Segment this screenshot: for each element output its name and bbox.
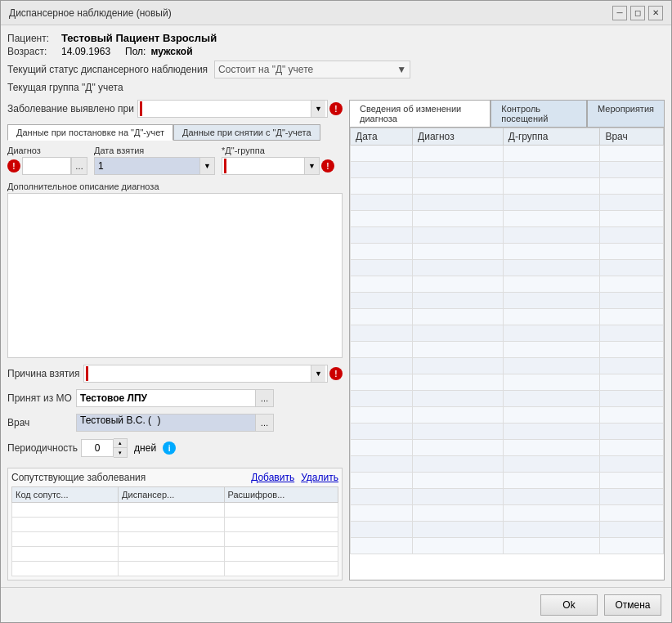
period-spinner-buttons: ▴ ▾ (114, 438, 128, 458)
window-controls: ─ ◻ ✕ (612, 6, 663, 20)
patient-name: Тестовый Пациент Взрослый (61, 32, 217, 44)
right-tab-diag[interactable]: Сведения об изменении диагноза (349, 100, 491, 127)
table-row[interactable] (351, 162, 664, 178)
right-tab-visits[interactable]: Контроль посещений (491, 100, 587, 127)
disease-row: Заболевание выявлено при ▼ ! (7, 100, 343, 118)
dgroup-error-icon: ! (321, 159, 334, 173)
doctor-browse-btn[interactable]: … (256, 414, 274, 432)
mo-row: Принят из МО … (7, 389, 343, 407)
minimize-button[interactable]: ─ (612, 6, 627, 20)
companion-row[interactable] (12, 518, 338, 532)
doctor-input[interactable]: Тестовый В.С. ( ) (76, 414, 256, 432)
period-label: Периодичность (7, 442, 78, 454)
disease-red-bar (140, 101, 142, 116)
table-row[interactable] (351, 342, 664, 358)
table-row[interactable] (351, 456, 664, 473)
date-calendar-btn[interactable]: ▼ (200, 157, 215, 175)
table-row[interactable] (351, 505, 664, 522)
main-panels: Заболевание выявлено при ▼ ! Данные при … (7, 100, 665, 580)
period-down-btn[interactable]: ▾ (114, 448, 127, 457)
footer: Ok Отмена (1, 587, 671, 622)
table-row[interactable] (351, 260, 664, 276)
disease-combo-arrow[interactable]: ▼ (311, 101, 325, 117)
tab-snyatie[interactable]: Данные при снятии с "Д"-учета (173, 124, 320, 141)
companion-row[interactable] (12, 562, 338, 576)
disease-combo[interactable]: ▼ (137, 100, 328, 118)
table-row[interactable] (351, 227, 664, 244)
mo-input[interactable] (76, 389, 256, 407)
right-tab-events[interactable]: Мероприятия (587, 100, 665, 127)
info-icon[interactable]: i (163, 441, 176, 455)
table-row[interactable] (351, 391, 664, 407)
companion-table: Код сопутс... Диспансер... Расшифров... (11, 486, 338, 576)
table-row[interactable] (351, 309, 664, 325)
table-row[interactable] (351, 358, 664, 374)
col-diag: Диагноз (413, 128, 504, 146)
diag-input[interactable] (22, 157, 71, 175)
add-companion-button[interactable]: Добавить (251, 472, 294, 483)
content-area: Пациент: Тестовый Пациент Взрослый Возра… (1, 25, 671, 587)
table-row[interactable] (351, 424, 664, 440)
table-row[interactable] (351, 440, 664, 456)
right-table-container: Дата Диагноз Д-группа Врач (349, 127, 665, 580)
table-row[interactable] (351, 522, 664, 538)
delete-companion-button[interactable]: Удалить (301, 472, 338, 483)
reason-combo-arrow[interactable]: ▼ (311, 365, 325, 382)
mo-browse-btn[interactable]: … (256, 389, 274, 407)
companion-col-code: Код сопутс... (12, 487, 119, 503)
table-row[interactable] (351, 473, 664, 489)
reason-red-bar (86, 366, 88, 381)
companion-col-desc: Расшифров... (224, 487, 338, 503)
group-label: Текущая группа "Д" учета (7, 82, 665, 93)
table-row[interactable] (351, 538, 664, 554)
table-row[interactable] (351, 244, 664, 260)
table-row[interactable] (351, 374, 664, 391)
right-panel: Сведения об изменении диагноза Контроль … (349, 100, 665, 580)
table-row[interactable] (351, 211, 664, 227)
reason-combo[interactable]: ▼ (83, 365, 328, 383)
col-date: Дата (351, 128, 413, 146)
table-row[interactable] (351, 489, 664, 505)
table-row[interactable] (351, 293, 664, 309)
period-input[interactable] (81, 439, 114, 457)
diag-browse-btn[interactable]: … (71, 157, 87, 175)
companion-row[interactable] (12, 503, 338, 518)
ok-button[interactable]: Ok (540, 594, 598, 616)
maximize-button[interactable]: ◻ (630, 6, 645, 20)
period-row: Периодичность ▴ ▾ дней i (7, 438, 343, 458)
col-doctor: Врач (600, 128, 664, 146)
age-label: Возраст: (7, 46, 56, 57)
table-row[interactable] (351, 276, 664, 293)
date-field: ▼ (94, 157, 215, 175)
patient-age-row: Возраст: 14.09.1963 Пол: мужской (7, 46, 665, 57)
disease-label: Заболевание выявлено при (7, 103, 134, 114)
desc-textarea[interactable] (7, 193, 343, 358)
dgroup-arrow[interactable]: ▼ (304, 158, 319, 174)
period-up-btn[interactable]: ▴ (114, 439, 127, 448)
tab-postanovka[interactable]: Данные при постановке на "Д"-учет (7, 124, 173, 141)
title-bar: Диспансерное наблюдение (новый) ─ ◻ ✕ (1, 1, 671, 25)
status-combo[interactable]: Состоит на "Д" учете ▼ (214, 61, 410, 78)
disease-error-icon: ! (329, 102, 343, 115)
mo-field: … (76, 389, 274, 407)
table-row[interactable] (351, 178, 664, 195)
diag-col: Диагноз ! … (7, 146, 87, 175)
table-row[interactable] (351, 195, 664, 211)
table-row[interactable] (351, 146, 664, 162)
right-data-table: Дата Диагноз Д-группа Врач (350, 128, 664, 554)
main-window: Диспансерное наблюдение (новый) ─ ◻ ✕ Па… (0, 0, 672, 623)
companion-row[interactable] (12, 532, 338, 547)
cancel-button[interactable]: Отмена (604, 594, 661, 616)
companion-label: Сопутствующие заболевания (11, 472, 146, 483)
companion-row[interactable] (12, 547, 338, 562)
table-row[interactable] (351, 325, 664, 342)
dgroup-col-label: *Д"-группа (222, 146, 334, 155)
reason-error-icon: ! (329, 367, 343, 380)
desc-container: Дополнительное описание диагноза (7, 182, 343, 358)
close-button[interactable]: ✕ (648, 6, 663, 20)
date-input[interactable] (94, 157, 200, 175)
gender-label: Пол: (125, 46, 146, 57)
dgroup-combo[interactable]: ▼ (222, 157, 320, 175)
table-row[interactable] (351, 407, 664, 424)
reason-row: Причина взятия ▼ ! (7, 365, 343, 383)
